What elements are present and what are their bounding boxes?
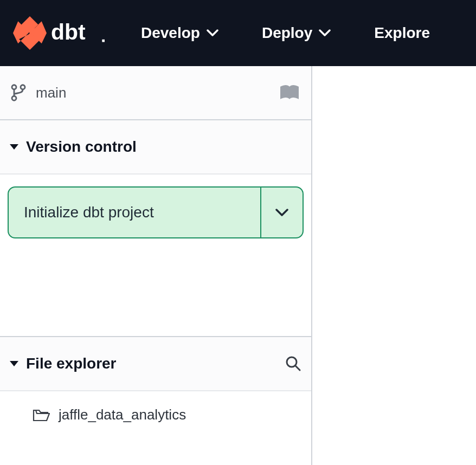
- chevron-down-icon: [275, 208, 289, 217]
- svg-point-3: [12, 96, 16, 100]
- svg-point-2: [12, 85, 16, 89]
- root-folder-name: jaffle_data_analytics: [59, 406, 186, 423]
- nav-explore-label: Explore: [374, 24, 430, 42]
- svg-text:dbt: dbt: [51, 20, 86, 44]
- branch-row: main: [0, 66, 311, 120]
- nav-explore[interactable]: Explore: [374, 24, 430, 42]
- file-explorer-header[interactable]: File explorer: [0, 337, 311, 391]
- version-control-title: Version control: [26, 138, 137, 156]
- file-explorer-root-folder[interactable]: jaffle_data_analytics: [0, 391, 311, 438]
- docs-icon[interactable]: [279, 85, 300, 101]
- main-nav: Develop Deploy Explore: [141, 24, 430, 42]
- git-branch-icon: [11, 84, 26, 101]
- file-explorer-title: File explorer: [26, 355, 117, 372]
- initialize-project-button[interactable]: Initialize dbt project: [9, 188, 260, 237]
- caret-down-icon: [10, 361, 18, 366]
- chevron-down-icon: [319, 29, 331, 37]
- svg-point-4: [21, 85, 25, 89]
- main-area: main Version control Initialize dbt proj…: [0, 66, 476, 465]
- nav-develop-label: Develop: [141, 24, 200, 42]
- editor-area: [312, 66, 476, 465]
- dbt-wordmark: dbt: [51, 20, 111, 46]
- svg-line-6: [295, 366, 300, 370]
- svg-rect-1: [102, 40, 105, 42]
- sidebar: main Version control Initialize dbt proj…: [0, 66, 312, 465]
- brand-logo[interactable]: dbt: [13, 16, 111, 50]
- nav-develop[interactable]: Develop: [141, 24, 218, 42]
- initialize-project-dropdown[interactable]: [260, 188, 303, 237]
- nav-deploy-label: Deploy: [262, 24, 312, 42]
- version-control-body: Initialize dbt project: [0, 175, 311, 337]
- dbt-logo-icon: [13, 16, 47, 50]
- initialize-project-label: Initialize dbt project: [24, 204, 154, 221]
- nav-deploy[interactable]: Deploy: [262, 24, 331, 42]
- chevron-down-icon: [207, 29, 218, 37]
- search-icon[interactable]: [285, 356, 301, 372]
- branch-indicator[interactable]: main: [11, 84, 66, 101]
- initialize-project-button-group: Initialize dbt project: [8, 186, 304, 238]
- app-header: dbt Develop Deploy Explore: [0, 0, 476, 66]
- version-control-header[interactable]: Version control: [0, 120, 311, 175]
- branch-name: main: [36, 85, 66, 101]
- folder-open-icon: [33, 408, 50, 422]
- caret-down-icon: [10, 144, 18, 150]
